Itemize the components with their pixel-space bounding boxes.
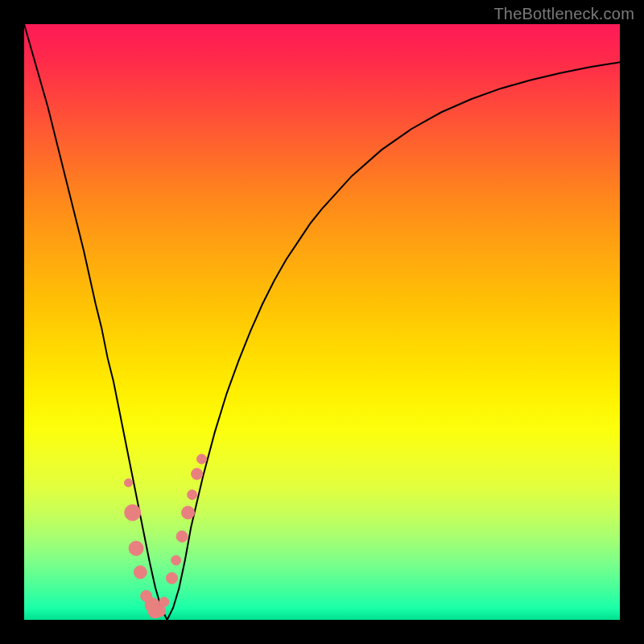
data-marker [125, 505, 141, 521]
data-marker [182, 506, 195, 519]
plot-area [24, 24, 620, 620]
data-marker [134, 566, 147, 579]
data-marker [188, 490, 197, 500]
bottleneck-curve [24, 24, 620, 620]
chart-frame: TheBottleneck.com [0, 0, 644, 644]
data-marker [176, 530, 188, 542]
data-marker [167, 572, 178, 584]
data-marker [171, 555, 181, 565]
data-marker [125, 479, 133, 487]
data-marker [197, 454, 207, 464]
data-marker [129, 541, 143, 555]
data-marker [192, 469, 203, 480]
data-marker [159, 597, 169, 607]
watermark-text: TheBottleneck.com [493, 5, 634, 23]
curve-layer [24, 24, 620, 620]
